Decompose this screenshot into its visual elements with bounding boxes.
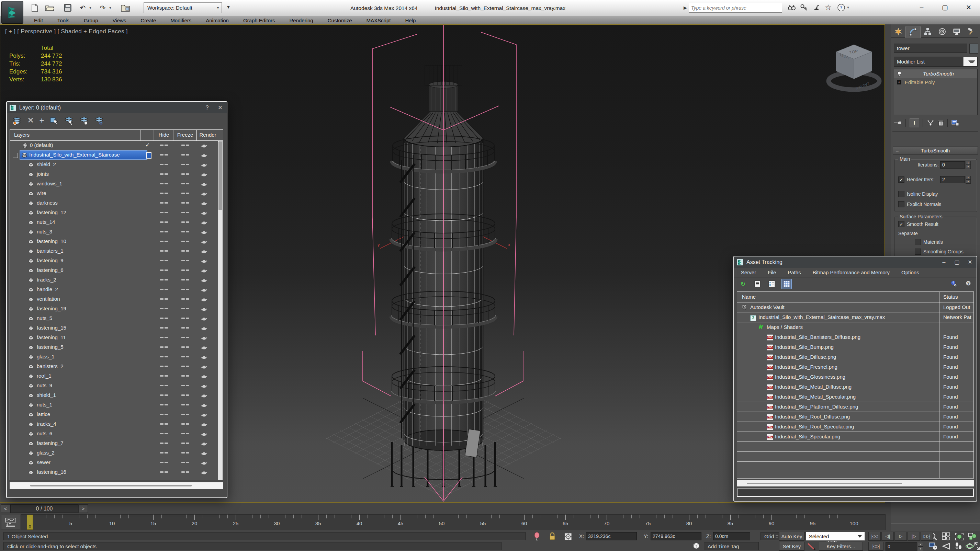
object-name[interactable]: lattice: [37, 411, 50, 417]
asset-row[interactable]: PNGIndustrial_Silo_Platform_Diffuse.pngF…: [737, 402, 974, 412]
time-configuration-icon[interactable]: [929, 542, 938, 550]
add-time-tag-field[interactable]: Add Time Tag: [704, 542, 759, 550]
hide-toggle[interactable]: [156, 443, 172, 444]
stack-item-label[interactable]: Editable Poly: [905, 79, 935, 85]
hide-toggle[interactable]: [156, 318, 172, 319]
asset-name[interactable]: Industrial_Silo_Banisters_Diffuse.png: [775, 334, 861, 340]
object-name[interactable]: fastening_16: [37, 469, 66, 475]
hide-toggle[interactable]: [156, 212, 172, 213]
undo-dropdown-icon[interactable]: ▼: [88, 3, 93, 13]
render-toggle[interactable]: [201, 393, 207, 399]
freeze-toggle[interactable]: [176, 173, 194, 175]
viewport-canvas[interactable]: yx: [292, 25, 601, 502]
hide-toggle[interactable]: [156, 202, 172, 203]
render-toggle[interactable]: [201, 210, 207, 216]
hide-toggle[interactable]: [156, 404, 172, 405]
render-toggle[interactable]: [201, 249, 207, 255]
freeze-toggle[interactable]: [176, 183, 194, 184]
asset-row[interactable]: PNGIndustrial_Silo_Diffuse.pngFound: [737, 352, 974, 362]
layer-row[interactable]: sewer: [10, 458, 223, 468]
help-topics-icon[interactable]: ?+: [949, 279, 959, 289]
render-toggle[interactable]: [201, 441, 207, 447]
layer-row[interactable]: fastening_7: [10, 439, 223, 448]
layer-row[interactable]: banisters_1: [10, 246, 223, 256]
asset-name[interactable]: Industrial_Silo_Specular.png: [775, 433, 840, 440]
previous-frame-button[interactable]: ◁||: [881, 532, 894, 541]
add-to-layer-icon[interactable]: +: [39, 116, 44, 125]
layer-row[interactable]: ventilation: [10, 295, 223, 304]
asset-row[interactable]: PNGIndustrial_Silo_Glossiness.pngFound: [737, 372, 974, 382]
current-frame-field[interactable]: 0: [886, 542, 917, 551]
asset-row[interactable]: PNGIndustrial_Silo_Roof_Specular.pngFoun…: [737, 422, 974, 432]
track-bar-ruler[interactable]: 0510152025303540455055606570758085909510…: [21, 514, 886, 530]
freeze-toggle[interactable]: [176, 154, 194, 156]
freeze-toggle[interactable]: [176, 375, 194, 376]
freeze-toggle[interactable]: [176, 327, 194, 329]
key-filters-button[interactable]: Key Filters...: [819, 542, 863, 551]
freeze-toggle[interactable]: [176, 385, 194, 386]
layer-row[interactable]: lattice: [10, 410, 223, 419]
asset-row[interactable]: Maps / Shaders: [737, 322, 974, 332]
freeze-toggle[interactable]: [176, 270, 194, 271]
dialog-close-button[interactable]: ✕: [964, 259, 977, 265]
render-toggle[interactable]: [201, 153, 207, 159]
render-toggle[interactable]: [201, 403, 207, 408]
render-toggle[interactable]: [201, 412, 207, 418]
zoom-all-icon[interactable]: [942, 532, 951, 541]
object-name[interactable]: fastening_19: [37, 305, 66, 311]
hide-toggle[interactable]: [156, 154, 172, 156]
field-of-view-icon[interactable]: [942, 542, 951, 550]
hide-toggle[interactable]: [156, 231, 172, 232]
column-layers[interactable]: Layers: [14, 132, 30, 138]
orbit-icon[interactable]: [965, 542, 974, 550]
layer-dialog-titlebar[interactable]: Layer: 0 (default) ? ✕: [7, 102, 227, 113]
layer-row[interactable]: fastening_16: [10, 468, 223, 477]
render-toggle[interactable]: [201, 422, 207, 428]
search-binoculars-icon[interactable]: [786, 2, 798, 13]
layer-horizontal-scrollbar[interactable]: [10, 482, 223, 489]
selection-lock-icon[interactable]: [549, 532, 556, 541]
column-name[interactable]: Name: [742, 294, 756, 300]
hide-toggle[interactable]: [156, 144, 172, 146]
dialog-help-button[interactable]: ?: [200, 105, 214, 111]
list-view-icon[interactable]: [752, 279, 762, 289]
asset-menu-file[interactable]: File: [768, 270, 776, 275]
current-layer-check-icon[interactable]: ✓: [145, 142, 150, 148]
render-toggle[interactable]: [201, 306, 207, 313]
asset-name[interactable]: Industrial_Silo_Diffuse.png: [775, 354, 836, 360]
freeze-toggle[interactable]: [176, 452, 194, 454]
hide-toggle[interactable]: [156, 356, 172, 357]
object-name[interactable]: tracks_2: [37, 277, 56, 283]
save-file-icon[interactable]: [62, 3, 73, 13]
layer-row[interactable]: handle_2: [10, 285, 223, 295]
layer-vertical-scrollbar[interactable]: [218, 141, 223, 480]
time-scrubber[interactable]: 0: [27, 514, 33, 530]
asset-menu-paths[interactable]: Paths: [788, 270, 801, 275]
smooth-result-checkbox[interactable]: ✓: [898, 221, 904, 227]
render-toggle[interactable]: [201, 316, 207, 322]
communication-center-icon[interactable]: [811, 2, 822, 13]
hide-toggle[interactable]: [156, 375, 172, 376]
column-render[interactable]: Render: [197, 132, 219, 138]
freeze-toggle[interactable]: [176, 472, 194, 473]
modifier-list-chevron-button[interactable]: [963, 57, 977, 66]
render-toggle[interactable]: [201, 297, 207, 303]
render-toggle[interactable]: [201, 432, 207, 437]
layer-row[interactable]: darkness: [10, 198, 223, 208]
hide-toggle[interactable]: [156, 183, 172, 184]
zoom-extents-all-icon[interactable]: [968, 532, 978, 541]
time-slider-display[interactable]: 0 / 100: [10, 504, 78, 513]
layer-row[interactable]: nuts_1: [10, 400, 223, 410]
render-iters-checkbox[interactable]: ✓: [898, 176, 904, 183]
hide-toggle[interactable]: [156, 327, 172, 329]
stack-item-turbosmooth[interactable]: TurboSmooth: [894, 69, 977, 78]
layer-row[interactable]: nuts_6: [10, 429, 223, 439]
object-name[interactable]: nuts_6: [37, 430, 52, 436]
hide-toggle[interactable]: [156, 270, 172, 271]
current-layer-box[interactable]: [146, 152, 151, 159]
render-toggle[interactable]: [201, 239, 207, 245]
object-name[interactable]: fastening_7: [37, 440, 64, 446]
maximize-viewport-toggle-icon[interactable]: [974, 542, 980, 550]
menu-tools[interactable]: Tools: [50, 17, 76, 23]
freeze-toggle[interactable]: [176, 365, 194, 367]
